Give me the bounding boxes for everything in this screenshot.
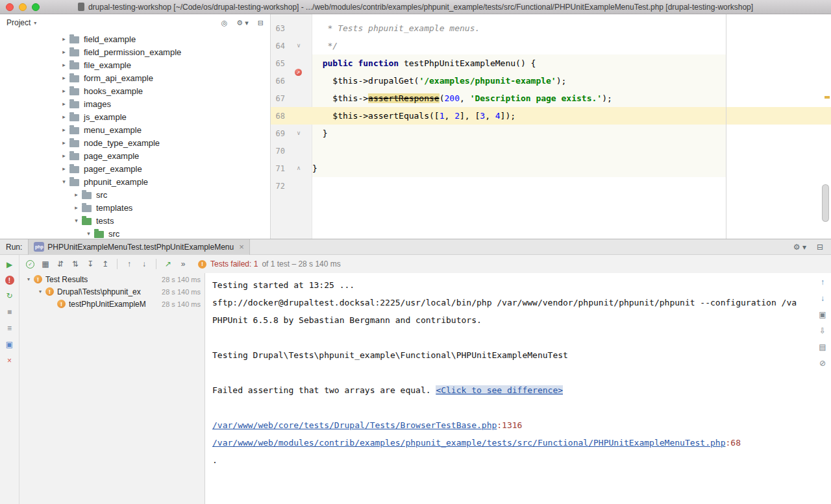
code-line[interactable]: 65↗ public function testPhpUnitExampleMe… <box>271 54 831 72</box>
track-running-test-icon[interactable]: ▦ <box>40 258 51 270</box>
code-line[interactable]: 66 $this->drupalGet('/examples/phpunit-e… <box>271 72 831 90</box>
chevron-down-icon[interactable]: ▾ <box>83 230 94 237</box>
test-tree-item[interactable]: ▾!Drupal\Tests\phpunit_ex28 s 140 ms <box>19 285 205 298</box>
gear-icon[interactable]: ⚙ ▾ <box>236 19 248 27</box>
hide-passed-icon[interactable]: ✓ <box>26 260 34 269</box>
editor-gutter[interactable]: 64∨ <box>271 37 312 54</box>
chevron-down-icon[interactable]: ▾ <box>34 20 36 26</box>
project-tree-item[interactable]: ▸js_example <box>0 110 270 123</box>
close-icon[interactable]: × <box>239 242 244 252</box>
code-line[interactable]: 68 $this->assertEquals([1, 2], [3, 4]); <box>271 107 831 125</box>
project-tree-item[interactable]: ▸menu_example <box>0 123 270 136</box>
code-text[interactable]: $this->assertEquals([1, 2], [3, 4]); <box>312 107 831 125</box>
fold-marker-icon[interactable]: ∨ <box>285 125 312 142</box>
code-text[interactable]: public function testPhpUnitExampleMenu()… <box>312 54 831 72</box>
collapse-all-icon[interactable]: ↥ <box>99 258 111 270</box>
code-text[interactable]: } <box>312 125 831 142</box>
toggle-auto-test-button[interactable]: ↻ <box>5 291 15 301</box>
code-text[interactable] <box>312 142 831 160</box>
chevron-down-icon[interactable]: ▾ <box>71 217 82 224</box>
project-tree-item[interactable]: ▾tests <box>0 214 270 227</box>
rerun-button[interactable]: ▶ <box>5 259 15 270</box>
gear-icon[interactable]: ⚙ ▾ <box>793 243 806 252</box>
code-line[interactable]: 71∧} <box>271 160 831 177</box>
chevron-right-icon[interactable]: ▸ <box>58 152 69 159</box>
locate-file-icon[interactable]: ◎ <box>221 19 228 27</box>
chevron-right-icon[interactable]: ▸ <box>58 36 69 42</box>
chevron-right-icon[interactable]: ▸ <box>58 49 69 55</box>
project-tree-item[interactable]: ▸file_example <box>0 58 270 71</box>
code-line[interactable]: 69∨ } <box>271 125 831 142</box>
editor-gutter[interactable]: 70 <box>271 142 312 160</box>
editor[interactable]: 63 * Tests phpunit_example menus.64∨ */6… <box>271 14 831 239</box>
editor-gutter[interactable]: 72 <box>271 177 312 195</box>
chevron-down-icon[interactable]: ▾ <box>35 289 45 294</box>
project-tree-item[interactable]: ▸field_permission_example <box>0 45 270 58</box>
code-text[interactable]: } <box>312 160 831 177</box>
print-icon[interactable]: ▤ <box>819 342 826 352</box>
expand-all-icon[interactable]: ↧ <box>84 258 96 270</box>
chevron-right-icon[interactable]: ▸ <box>58 139 69 146</box>
project-tree-item[interactable]: ▸field_example <box>0 32 270 45</box>
hide-panel-icon[interactable]: ⊟ <box>258 19 264 27</box>
fold-marker-icon[interactable]: ∨ <box>285 37 312 54</box>
project-tree-item[interactable]: ▸images <box>0 97 270 110</box>
rerun-failed-tests-button[interactable]: ! <box>5 276 14 285</box>
test-tree-item[interactable]: ▾!Test Results28 s 140 ms <box>19 273 205 285</box>
close-window-button[interactable] <box>6 3 14 11</box>
code-line[interactable]: 67 $this->assertResponse(200, 'Descripti… <box>271 90 831 107</box>
project-tree-item[interactable]: ▸hooks_example <box>0 84 270 97</box>
chevron-down-icon[interactable]: ▾ <box>23 276 34 282</box>
console-output[interactable]: Testing started at 13:25 ...sftp://docke… <box>205 273 831 504</box>
run-tab[interactable]: php PHPUnitExampleMenuTest.testPhpUnitEx… <box>28 239 249 255</box>
chevron-right-icon[interactable]: ▸ <box>71 204 82 211</box>
chevron-down-icon[interactable]: ▾ <box>58 178 69 185</box>
chevron-right-icon[interactable]: ▸ <box>58 62 69 68</box>
export-test-results-icon[interactable]: ↗ <box>162 258 174 270</box>
more-options-icon[interactable]: » <box>177 258 189 270</box>
warning-stripe-mark[interactable] <box>825 96 830 99</box>
fold-marker-icon[interactable]: ∧ <box>285 160 312 177</box>
next-failed-test-icon[interactable]: ↓ <box>138 258 150 270</box>
chevron-right-icon[interactable]: ▸ <box>58 165 69 172</box>
project-panel-title[interactable]: Project <box>6 18 31 27</box>
console-link[interactable]: <Click to see difference> <box>436 385 563 395</box>
code-text[interactable]: * Tests phpunit_example menus. <box>312 19 831 37</box>
project-tree-item[interactable]: ▾phpunit_example <box>0 175 270 188</box>
down-stack-trace-icon[interactable]: ↓ <box>821 294 825 303</box>
close-button[interactable]: × <box>5 355 15 366</box>
hide-panel-icon[interactable]: ⊟ <box>817 243 823 252</box>
test-tree-item[interactable]: !testPhpUnitExampleM28 s 140 ms <box>19 298 205 310</box>
project-tree-item[interactable]: ▸form_api_example <box>0 71 270 84</box>
project-tree-item[interactable]: ▸node_type_example <box>0 136 270 149</box>
code-line[interactable]: 63 * Tests phpunit_example menus. <box>271 19 831 37</box>
editor-scrollbar-thumb[interactable] <box>822 184 829 222</box>
dump-threads-button[interactable]: ≡ <box>5 323 15 333</box>
chevron-right-icon[interactable]: ▸ <box>58 88 69 94</box>
sort-by-duration-icon[interactable]: ⇵ <box>55 258 66 270</box>
previous-failed-test-icon[interactable]: ↑ <box>123 258 135 270</box>
chevron-right-icon[interactable]: ▸ <box>58 114 69 120</box>
restore-layout-icon[interactable]: ▣ <box>819 310 826 319</box>
console-link[interactable]: /var/www/web/modules/contrib/examples/ph… <box>212 438 726 448</box>
scroll-to-end-icon[interactable]: ⇩ <box>819 326 826 335</box>
chevron-right-icon[interactable]: ▸ <box>58 126 69 133</box>
editor-gutter[interactable]: 65↗ <box>271 54 312 72</box>
chevron-right-icon[interactable]: ▸ <box>58 75 69 81</box>
code-line[interactable]: 70 <box>271 142 831 160</box>
minimize-window-button[interactable] <box>19 3 27 11</box>
project-tree-item[interactable]: ▸src <box>0 188 270 201</box>
sort-alphabetically-icon[interactable]: ⇅ <box>69 258 81 270</box>
console-link[interactable]: /var/www/web/core/tests/Drupal/Tests/Bro… <box>212 420 497 430</box>
code-text[interactable]: $this->drupalGet('/examples/phpunit-exam… <box>312 72 831 90</box>
code-line[interactable]: 64∨ */ <box>271 37 831 54</box>
tree-console-splitter[interactable] <box>204 272 206 504</box>
project-tree-item[interactable]: ▸pager_example <box>0 162 270 175</box>
editor-gutter[interactable]: 69∨ <box>271 125 312 142</box>
restore-layout-button[interactable]: ▣ <box>5 339 15 350</box>
code-text[interactable]: $this->assertResponse(200, 'Description … <box>312 90 831 107</box>
code-line[interactable]: 72 <box>271 177 831 195</box>
editor-gutter[interactable]: 71∧ <box>271 160 312 177</box>
project-tree-item[interactable]: ▸templates <box>0 201 270 214</box>
editor-gutter[interactable]: 68 <box>271 107 312 125</box>
